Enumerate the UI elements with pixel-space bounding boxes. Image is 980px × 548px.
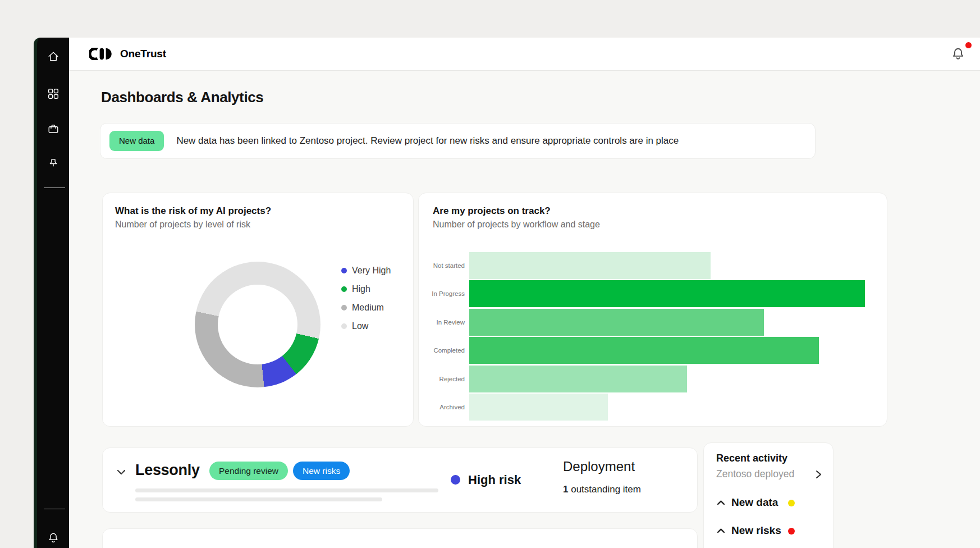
risk-level-label: High risk <box>468 473 521 487</box>
legend-item-very-high: Very High <box>341 261 391 280</box>
chevron-right-icon[interactable] <box>814 469 822 480</box>
bar-row-in-review: In Review <box>419 309 887 336</box>
bar <box>469 337 819 364</box>
legend-item-medium: Medium <box>341 298 391 317</box>
legend-item-high: High <box>341 280 391 298</box>
bar-row-not-started: Not started <box>419 252 887 279</box>
activity-label: New risks <box>731 524 781 537</box>
new-data-banner: New data New data has been linked to Zen… <box>100 123 816 159</box>
bar-row-rejected: Rejected <box>419 366 887 392</box>
project-skeleton-line <box>135 497 382 501</box>
legend-dot <box>341 286 347 292</box>
onetrust-logo-mark-icon <box>89 48 114 60</box>
project-expand-chevron-down-icon[interactable] <box>115 466 127 478</box>
legend-label: Low <box>352 321 368 331</box>
app-sidebar <box>34 38 69 548</box>
caret-up-icon <box>716 499 726 507</box>
brand-name: OneTrust <box>120 48 166 60</box>
bar <box>469 252 711 279</box>
new-data-badge: New data <box>109 131 164 151</box>
bar-row-in-progress: In Progress <box>419 280 887 307</box>
top-header: OneTrust <box>69 38 980 71</box>
sidebar-home-icon[interactable] <box>47 51 59 63</box>
activity-label: New data <box>731 496 778 509</box>
legend-dot <box>341 268 347 273</box>
bar-category-label: Archived <box>419 394 465 421</box>
legend-dot <box>341 323 347 329</box>
activity-item-new-risks[interactable]: New risks <box>704 524 833 538</box>
bar <box>469 309 764 336</box>
bar-row-completed: Completed <box>419 337 887 364</box>
donut-hole <box>218 285 297 364</box>
outstanding-label: outstanding item <box>568 484 640 495</box>
activity-status-dot <box>788 500 795 506</box>
sidebar-pin-icon[interactable] <box>47 158 59 170</box>
legend-label: Very High <box>352 266 391 276</box>
bar-category-label: Not started <box>419 252 465 279</box>
next-project-row-partial <box>102 528 698 548</box>
notifications-bell-icon[interactable] <box>951 47 965 61</box>
bar-category-label: Rejected <box>419 366 465 392</box>
legend-item-low: Low <box>341 317 391 335</box>
sidebar-bell-icon[interactable] <box>47 532 59 544</box>
project-name: Lessonly <box>135 462 200 479</box>
sidebar-apps-grid-icon[interactable] <box>47 88 59 100</box>
bar-category-label: In Progress <box>419 280 465 307</box>
risk-chart-subtitle: Number of projects by level of risk <box>115 220 250 230</box>
page-title: Dashboards & Analytics <box>101 89 263 106</box>
workflow-bar-chart: Not started In Progress In Review Comple… <box>419 193 887 426</box>
sidebar-divider <box>44 188 65 188</box>
risk-chart-card: What is the risk of my AI projects? Numb… <box>102 193 414 427</box>
bar <box>469 280 865 307</box>
project-skeleton-line <box>135 488 438 492</box>
recent-activity-subtitle[interactable]: Zentoso deployed <box>716 468 794 480</box>
onetrust-dashboard: OneTrust <box>0 0 980 548</box>
bar-category-label: Completed <box>419 337 465 364</box>
notification-unread-dot <box>965 42 972 48</box>
outstanding-items: 1 outstanding item <box>563 484 641 495</box>
risk-chart-title: What is the risk of my AI projects? <box>115 206 271 217</box>
activity-status-dot <box>788 528 795 535</box>
caret-up-icon <box>716 527 726 535</box>
bar-row-archived: Archived <box>419 394 887 421</box>
legend-label: High <box>352 284 370 294</box>
workflow-chart-card: Are my projects on track? Number of proj… <box>418 193 887 427</box>
activity-item-new-data[interactable]: New data <box>704 496 833 510</box>
bar <box>469 394 608 421</box>
recent-activity-title: Recent activity <box>716 453 787 464</box>
legend-dot <box>341 305 347 310</box>
recent-activity-card: Recent activity Zentoso deployed New dat… <box>703 442 834 548</box>
risk-donut-chart <box>195 262 320 387</box>
risk-level-dot <box>451 475 460 485</box>
project-stage: Deployment <box>563 459 635 474</box>
onetrust-logo[interactable]: OneTrust <box>89 48 166 60</box>
legend-label: Medium <box>352 303 384 313</box>
project-badges: Pending reviewNew risks <box>209 462 350 480</box>
risk-legend: Very High High Medium Low <box>341 261 391 335</box>
project-badge-pending-review: Pending review <box>209 462 288 480</box>
bar <box>469 366 687 392</box>
project-badge-new-risks: New risks <box>293 462 350 480</box>
sidebar-briefcase-icon[interactable] <box>47 123 59 135</box>
bar-category-label: In Review <box>419 309 465 336</box>
sidebar-divider-bottom <box>44 509 65 509</box>
project-row-lessonly: Lessonly Pending reviewNew risks High ri… <box>102 447 698 513</box>
banner-message: New data has been linked to Zentoso proj… <box>176 135 679 147</box>
